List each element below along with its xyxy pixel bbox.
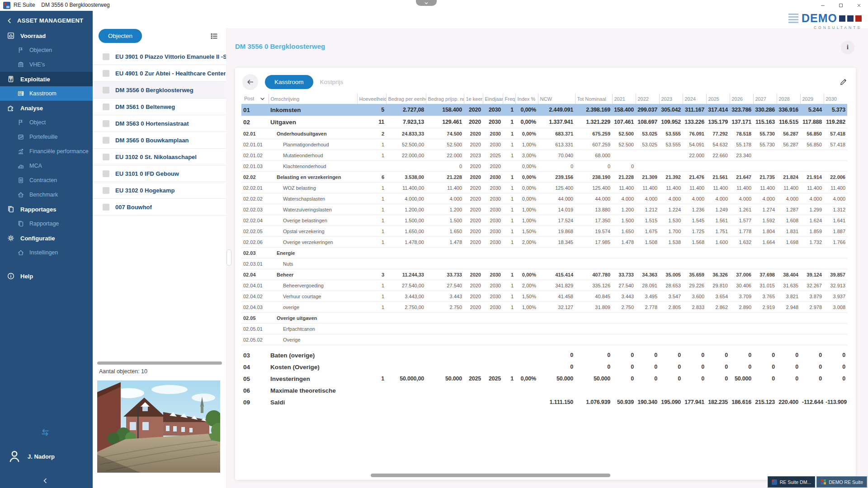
table-row-02.01[interactable]: 02.01Onderhoudsuitgaven224.833,3374.5002… bbox=[241, 128, 847, 139]
sidebar-item-rapportage[interactable]: Rapportage bbox=[0, 216, 93, 231]
edit-icon[interactable] bbox=[839, 78, 848, 86]
column-header-2030[interactable]: 2030 bbox=[824, 94, 847, 104]
sidebar-item-kasstroom[interactable]: Kasstroom bbox=[0, 86, 93, 101]
minimize-button[interactable] bbox=[814, 0, 832, 11]
column-header-2025[interactable]: 2025 bbox=[706, 94, 730, 104]
object-checkbox[interactable] bbox=[103, 187, 109, 194]
sidebar-item-portefeuille[interactable]: Portefeuille bbox=[0, 130, 93, 144]
sidebar-item-instellingen[interactable]: Instellingen bbox=[0, 245, 93, 260]
table-row-02.02.06[interactable]: 02.02.06Overige verzekeringen11.478,001.… bbox=[241, 237, 847, 248]
chevron-down-notch[interactable] bbox=[416, 0, 437, 6]
sidebar-item-object[interactable]: Object bbox=[0, 115, 93, 130]
column-header-1e-keer[interactable]: 1e keer bbox=[464, 94, 483, 104]
column-header-ncw[interactable]: NCW bbox=[538, 94, 575, 104]
column-header-eindjaar[interactable]: Eindjaar bbox=[483, 94, 503, 104]
table-row-01[interactable]: 01Inkomsten52.727,08158.4002020203010,00… bbox=[241, 104, 847, 116]
transfer-arrows-icon[interactable] bbox=[39, 427, 52, 437]
object-checkbox[interactable] bbox=[103, 120, 109, 127]
collapse-sidebar-icon[interactable] bbox=[42, 477, 50, 485]
sidebar-group-voorraad[interactable]: Voorraad bbox=[0, 28, 93, 43]
objects-filter-button[interactable]: Objecten bbox=[99, 29, 142, 43]
sidebar-back-header[interactable]: ASSET MANAGEMENT bbox=[0, 11, 93, 28]
chevron-down-icon[interactable] bbox=[259, 96, 265, 102]
object-list-item[interactable]: EU 4901 0 Zur Abtei - Healthcare Center bbox=[93, 65, 226, 82]
object-list-item[interactable]: DM 3563 0 Hortensiastraat bbox=[93, 115, 226, 132]
object-checkbox[interactable] bbox=[103, 70, 109, 77]
close-button[interactable] bbox=[850, 0, 868, 11]
object-list-item[interactable]: DM 3561 0 Beltenweg bbox=[93, 99, 226, 115]
column-header-index[interactable]: Index % bbox=[515, 94, 538, 104]
column-header-omschrijving[interactable]: Omschrijving bbox=[269, 94, 357, 104]
column-header-bedrag-per-eenheid[interactable]: Bedrag per eenheid bbox=[386, 94, 426, 104]
column-header-freq[interactable]: Freq bbox=[503, 94, 515, 104]
back-button[interactable] bbox=[242, 74, 258, 90]
column-header-2023[interactable]: 2023 bbox=[659, 94, 683, 104]
sidebar-item-vhe-s[interactable]: VHE's bbox=[0, 57, 93, 72]
column-header-2028[interactable]: 2028 bbox=[777, 94, 800, 104]
list-view-icon[interactable] bbox=[210, 32, 219, 41]
column-header-hoeveelheid[interactable]: Hoeveelheid bbox=[357, 94, 386, 104]
sidebar-item-financi-le-performance[interactable]: Financiële performance bbox=[0, 144, 93, 159]
object-list-item[interactable]: EU 3102 0 St. Nikolaaschapel bbox=[93, 149, 226, 165]
table-row-02.02.02[interactable]: 02.02.02Waterschapslasten14.000,004.0002… bbox=[241, 193, 847, 204]
info-icon[interactable]: i bbox=[841, 41, 854, 54]
taskbar-button-resuite[interactable]: RE Suite DM... bbox=[768, 476, 815, 488]
splitter-handle[interactable] bbox=[226, 249, 231, 266]
column-header-bedrag-prijsp-nu[interactable]: Bedrag prijsp. nu bbox=[426, 94, 464, 104]
table-row-02.02.04[interactable]: 02.02.04Overige belastingen11.500,001.50… bbox=[241, 215, 847, 226]
column-header-2027[interactable]: 2027 bbox=[753, 94, 777, 104]
object-list-item[interactable]: DM 3556 0 Bergkloosterweg bbox=[93, 82, 226, 99]
sidebar-group-rapportages[interactable]: Rapportages bbox=[0, 202, 93, 216]
sidebar-item-contracten[interactable]: Contracten bbox=[0, 173, 93, 188]
table-row-03[interactable]: 03Baten (overige)000000000000 bbox=[241, 349, 847, 361]
object-list-item[interactable]: EU 3102 0 Hogekamp bbox=[93, 182, 226, 199]
column-header-post[interactable]: Post bbox=[241, 94, 269, 104]
sidebar-group-configuratie[interactable]: Configuratie bbox=[0, 231, 93, 245]
table-row-02.03.01[interactable]: 02.03.01Nuts bbox=[241, 258, 847, 269]
table-row-02.05.02[interactable]: 02.05.02Overige bbox=[241, 334, 847, 345]
table-row-02.04.01[interactable]: 02.04.01Beheervergoeding127.540,0027.540… bbox=[241, 280, 847, 291]
table-row-02.04.02[interactable]: 02.04.02Verhuur courtage13.443,003.44320… bbox=[241, 291, 847, 302]
table-row-09[interactable]: 09Saldi1.111.1501.076.93950.939190.34019… bbox=[241, 396, 847, 408]
table-row-02.05.01[interactable]: 02.05.01Erfpachtcanon bbox=[241, 324, 847, 334]
tab-kostprijs[interactable]: Kostprijs bbox=[320, 79, 344, 85]
table-row-02.02.03[interactable]: 02.02.03Waterzuiveringslasten11.200,001.… bbox=[241, 204, 847, 215]
object-list-item[interactable]: 007 Bouwhof bbox=[93, 199, 226, 216]
maximize-button[interactable] bbox=[832, 0, 850, 11]
column-header-tot-nominaal[interactable]: Tot Nominaal bbox=[575, 94, 612, 104]
object-checkbox[interactable] bbox=[103, 53, 109, 60]
object-checkbox[interactable] bbox=[103, 103, 109, 110]
object-checkbox[interactable] bbox=[103, 154, 109, 160]
column-header-2029[interactable]: 2029 bbox=[800, 94, 824, 104]
table-row-02[interactable]: 02Uitgaven117.923,13129.4612020203010,00… bbox=[241, 116, 847, 128]
table-row-02.02.01[interactable]: 02.02.01WOZ belasting111.400,0011.400202… bbox=[241, 183, 847, 193]
sidebar-item-objecten[interactable]: Objecten bbox=[0, 43, 93, 57]
table-row-05[interactable]: 05Investeringen150.000,0050.000202520251… bbox=[241, 373, 847, 385]
object-list-item[interactable]: EU 3901 0 Piazzo Vittorio Emanuele II -S… bbox=[93, 48, 226, 65]
sidebar-item-benchmark[interactable]: ?Benchmark bbox=[0, 188, 93, 202]
object-list-item[interactable]: EU 3101 0 IFD Gebouw bbox=[93, 165, 226, 182]
tab-kasstroom[interactable]: Kasstroom bbox=[265, 75, 313, 89]
object-checkbox[interactable] bbox=[103, 204, 109, 211]
table-row-02.02.05[interactable]: 02.02.05Opstal verzekering11.650,001.650… bbox=[241, 226, 847, 237]
column-header-2026[interactable]: 2026 bbox=[730, 94, 753, 104]
column-header-2024[interactable]: 2024 bbox=[683, 94, 706, 104]
table-row-02.01.01[interactable]: 02.01.01Planmatigonderhoud152.500,0052.5… bbox=[241, 139, 847, 150]
sidebar-group-exploitatie[interactable]: Exploitatie bbox=[0, 72, 93, 86]
column-header-2022[interactable]: 2022 bbox=[636, 94, 659, 104]
table-row-02.01.02[interactable]: 02.01.02Mutatieonderhoud122.000,0022.000… bbox=[241, 150, 847, 161]
sidebar-group-analyse[interactable]: Analyse bbox=[0, 101, 93, 115]
table-row-02.01.03[interactable]: 02.01.03Klachtenonderhoud0202020200,00%0… bbox=[241, 161, 847, 172]
object-checkbox[interactable] bbox=[103, 170, 109, 177]
user-profile[interactable]: J. Nadorp bbox=[7, 449, 55, 464]
table-row-02.05[interactable]: 02.05Overige uitgaven bbox=[241, 313, 847, 324]
objects-scrollbar[interactable] bbox=[97, 361, 222, 365]
object-checkbox[interactable] bbox=[103, 87, 109, 94]
table-row-02.04[interactable]: 02.04Beheer311.244,3333.7332020203010,00… bbox=[241, 269, 847, 280]
taskbar-button-demo-resuite[interactable]: DEMO RE Suite bbox=[816, 476, 867, 488]
table-row-04[interactable]: 04Kosten (Overige)000000000000 bbox=[241, 361, 847, 373]
table-horizontal-scrollbar[interactable] bbox=[371, 474, 610, 477]
table-row-02.02[interactable]: 02.02Belasting en verzekeringen63.538,00… bbox=[241, 172, 847, 183]
sidebar-group-help[interactable]: Help bbox=[0, 269, 93, 283]
table-row-02.03[interactable]: 02.03Energie bbox=[241, 248, 847, 258]
